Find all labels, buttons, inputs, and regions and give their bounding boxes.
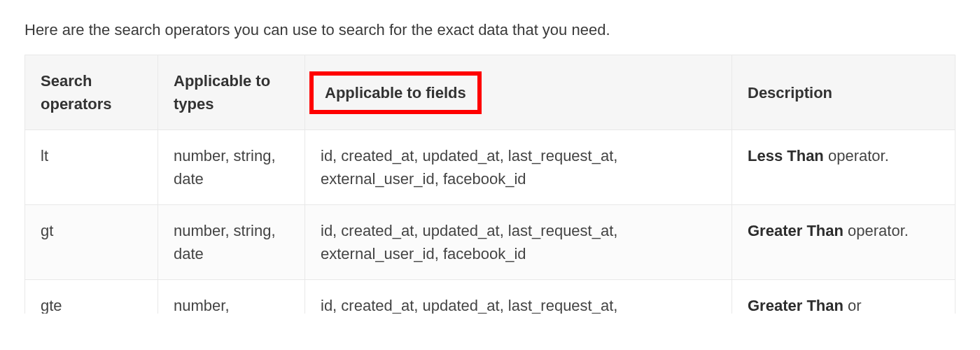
cell-types: number,	[158, 280, 305, 314]
cell-description: Greater Than or	[732, 280, 955, 314]
desc-bold: Greater Than	[748, 222, 844, 239]
header-description: Description	[732, 55, 955, 130]
search-operators-table: Search operators Applicable to types App…	[24, 55, 955, 314]
cell-types: number, string, date	[158, 130, 305, 205]
cell-operator: lt	[25, 130, 158, 205]
table-wrapper: Search operators Applicable to types App…	[24, 55, 955, 314]
cell-fields: id, created_at, updated_at, last_request…	[305, 280, 732, 314]
table-row: gte number, id, created_at, updated_at, …	[25, 280, 955, 314]
cell-fields: id, created_at, updated_at, last_request…	[305, 205, 732, 280]
header-operators: Search operators	[25, 55, 158, 130]
cell-description: Greater Than operator.	[732, 205, 955, 280]
header-fields: Applicable to fields	[305, 55, 732, 130]
highlight-annotation: Applicable to fields	[309, 71, 482, 114]
desc-rest: operator.	[844, 222, 909, 239]
cell-description: Less Than operator.	[732, 130, 955, 205]
header-types: Applicable to types	[158, 55, 305, 130]
cell-types: number, string, date	[158, 205, 305, 280]
table-row: gt number, string, date id, created_at, …	[25, 205, 955, 280]
cell-fields: id, created_at, updated_at, last_request…	[305, 130, 732, 205]
intro-text: Here are the search operators you can us…	[24, 21, 955, 39]
desc-bold: Greater Than	[748, 297, 844, 314]
table-header-row: Search operators Applicable to types App…	[25, 55, 955, 130]
desc-rest: operator.	[824, 147, 889, 164]
cell-operator: gt	[25, 205, 158, 280]
desc-bold: Less Than	[748, 147, 824, 164]
cell-operator: gte	[25, 280, 158, 314]
table-row: lt number, string, date id, created_at, …	[25, 130, 955, 205]
desc-rest: or	[844, 297, 862, 314]
